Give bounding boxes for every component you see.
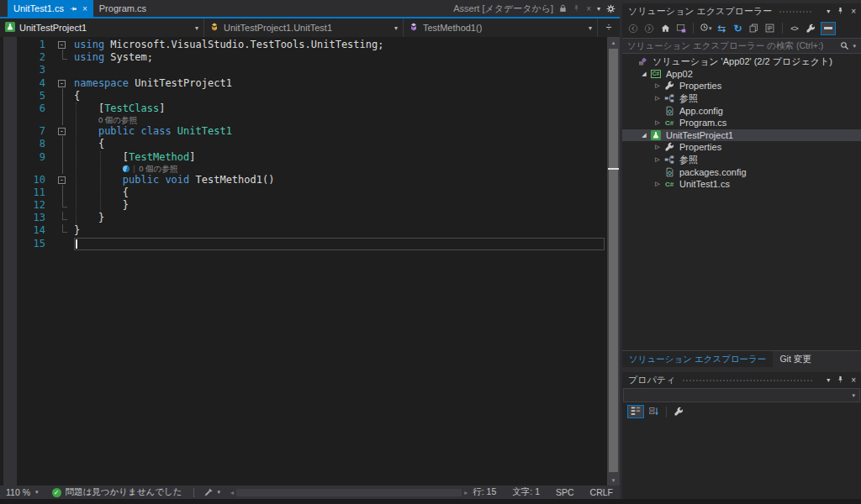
codelens-references[interactable]: |0 個の参照	[0, 164, 607, 174]
property-pages-wrench-icon[interactable]	[673, 407, 684, 417]
codelens-references[interactable]: 0 個の参照	[0, 115, 607, 125]
close-panel-icon[interactable]: ×	[851, 375, 856, 385]
fold-margin[interactable]	[52, 51, 74, 64]
scrollbar-thumb[interactable]	[609, 49, 618, 472]
tree-item[interactable]: ▷参照	[622, 92, 861, 105]
tree-item[interactable]: ▷C#UnitTest1.cs	[622, 178, 861, 191]
expand-arrow-icon[interactable]: ▷	[652, 181, 663, 187]
close-panel-icon[interactable]: ×	[851, 7, 856, 16]
tree-item[interactable]: ◢C#App02	[622, 68, 861, 81]
code-line-12[interactable]: 12 }	[0, 199, 607, 212]
tree-item[interactable]: ◢UnitTestProject1	[622, 129, 861, 142]
expand-arrow-icon[interactable]: ▷	[652, 82, 663, 89]
test-status-icon[interactable]	[123, 165, 129, 172]
vertical-scrollbar[interactable]: ▴ ▾	[607, 37, 620, 486]
fold-margin[interactable]: -	[52, 39, 74, 51]
pin-tab-icon[interactable]	[69, 5, 77, 13]
nest-files-icon[interactable]	[748, 24, 760, 33]
code-line-2[interactable]: 2using System;	[0, 51, 607, 64]
expand-arrow-icon[interactable]: ▷	[652, 156, 663, 163]
fold-margin[interactable]	[52, 90, 74, 102]
window-position-chevron-icon[interactable]: ▾	[827, 376, 830, 384]
pin-panel-icon[interactable]	[837, 7, 844, 15]
code-line-3[interactable]: 3	[0, 64, 607, 76]
codelens-text[interactable]: 0 個の参照	[139, 164, 177, 174]
home-icon[interactable]	[659, 24, 671, 33]
code-editor[interactable]: 1-using Microsoft.VisualStudio.TestTools…	[0, 37, 620, 486]
horizontal-scrollbar[interactable]: ◂ ▸	[230, 489, 467, 496]
tab-solution-explorer[interactable]: ソリューション エクスプローラー	[622, 351, 773, 367]
fold-margin[interactable]	[52, 138, 74, 150]
alphabetical-sort-button[interactable]	[649, 407, 659, 417]
scroll-down-icon[interactable]: ▾	[607, 475, 620, 486]
solution-search-input[interactable]: ソリューション エクスプローラー の検索 (Ctrl+:) ▾	[622, 39, 861, 54]
fold-margin[interactable]	[52, 238, 74, 250]
split-editor-handle[interactable]: ÷	[598, 18, 620, 37]
code-line-11[interactable]: 11 {	[0, 186, 607, 199]
fold-margin[interactable]: -	[52, 174, 74, 186]
pending-changes-filter-button[interactable]: ▾	[700, 23, 712, 34]
tree-item[interactable]: ▷参照	[622, 154, 861, 166]
pin-panel-icon[interactable]	[837, 375, 844, 384]
refresh-icon[interactable]: ↻	[732, 23, 744, 34]
search-icon[interactable]	[840, 41, 849, 50]
tree-item[interactable]: ソリューション 'App02' (2/2 プロジェクト)	[622, 55, 861, 68]
fold-margin[interactable]	[52, 212, 74, 224]
fold-margin[interactable]	[52, 64, 74, 76]
scroll-left-icon[interactable]: ◂	[230, 489, 234, 496]
fold-margin[interactable]	[52, 186, 74, 199]
zoom-control[interactable]: 110 % ▾	[0, 486, 45, 499]
view-code-icon[interactable]: <>	[789, 24, 800, 33]
code-line-13[interactable]: 13 }	[0, 212, 607, 224]
scrollbar-thumb[interactable]	[236, 489, 462, 496]
preview-tab-label[interactable]: Assert [メタデータから]	[453, 3, 553, 15]
fold-margin[interactable]: -	[52, 125, 74, 138]
code-cleanup-button[interactable]: ▾	[199, 486, 225, 499]
fold-margin[interactable]	[52, 199, 74, 212]
tab-program-cs[interactable]: Program.cs	[93, 0, 152, 17]
fold-margin[interactable]: -	[52, 77, 74, 90]
properties-wrench-icon[interactable]	[805, 24, 816, 34]
code-line-7[interactable]: 7- public class UnitTest1	[0, 125, 607, 138]
promote-preview-tab-icon[interactable]	[573, 4, 580, 13]
fold-margin[interactable]	[52, 102, 74, 115]
window-position-chevron-icon[interactable]: ▾	[827, 8, 830, 15]
fold-margin[interactable]	[52, 224, 74, 237]
categorized-view-button[interactable]	[627, 405, 644, 418]
tree-item[interactable]: ▷Properties	[622, 141, 861, 154]
code-line-14[interactable]: 14}	[0, 224, 607, 237]
chevron-down-icon[interactable]: ▾	[853, 43, 856, 50]
tree-item[interactable]: packages.config	[622, 165, 861, 178]
tree-item[interactable]: ▷C#Program.cs	[622, 117, 861, 129]
fold-margin[interactable]	[52, 151, 74, 164]
expand-arrow-icon[interactable]: ◢	[639, 71, 649, 77]
tab-git-changes[interactable]: Git 変更	[773, 351, 817, 367]
codelens-text[interactable]: 0 個の参照	[98, 115, 137, 125]
expand-arrow-icon[interactable]: ▷	[652, 144, 663, 150]
tab-well-gear-icon[interactable]	[606, 4, 615, 13]
member-dropdown[interactable]: TestMethod1() ▾	[404, 18, 598, 37]
code-line-10[interactable]: 10- public void TestMethod1()	[0, 174, 607, 186]
code-line-15[interactable]: 15	[0, 238, 607, 250]
sync-with-active-document-icon[interactable]: ⇆	[716, 23, 728, 34]
code-line-6[interactable]: 6 [TestClass]	[0, 102, 607, 115]
preview-selected-items-toggle[interactable]	[821, 22, 836, 35]
project-dropdown[interactable]: UnitTestProject1 ▾	[0, 18, 204, 37]
tab-unittest1-cs[interactable]: UnitTest1.cs ×	[8, 0, 93, 17]
code-line-8[interactable]: 8 {	[0, 138, 607, 150]
tab-list-chevron-icon[interactable]: ▾	[597, 5, 600, 13]
expand-arrow-icon[interactable]: ▷	[652, 95, 663, 102]
collapse-all-icon[interactable]	[764, 24, 776, 33]
close-tab-icon[interactable]: ×	[82, 4, 87, 13]
close-preview-tab-icon[interactable]: ×	[586, 4, 591, 13]
type-dropdown[interactable]: UnitTestProject1.UnitTest1 ▾	[204, 18, 404, 37]
scroll-up-icon[interactable]: ▴	[607, 37, 620, 48]
drag-grip[interactable]	[779, 10, 813, 14]
forward-icon[interactable]	[643, 24, 655, 34]
drag-grip[interactable]	[682, 379, 813, 383]
tree-item[interactable]: ▷Properties	[622, 80, 861, 92]
tree-item[interactable]: App.config	[622, 104, 861, 117]
code-line-4[interactable]: 4-namespace UnitTestProject1	[0, 77, 607, 90]
switch-views-icon[interactable]	[675, 24, 687, 34]
code-line-9[interactable]: 9 [TestMethod]	[0, 151, 607, 164]
